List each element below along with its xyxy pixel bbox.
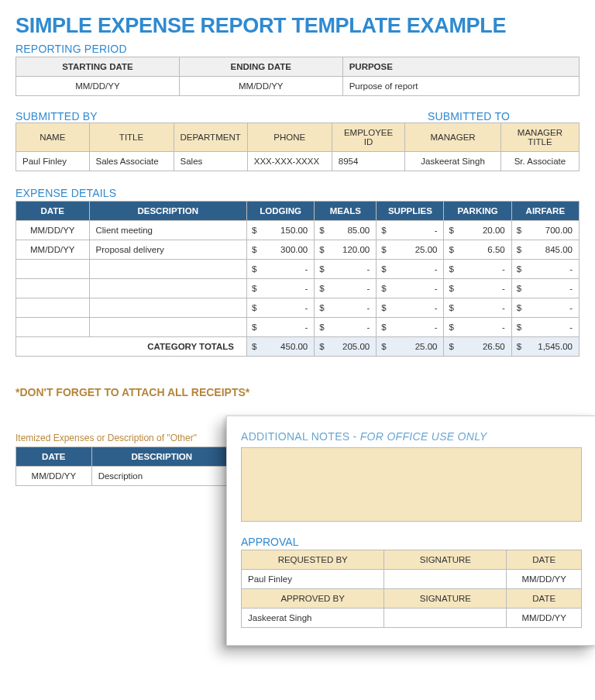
col-manager-title: MANAGER TITLE [500,123,579,152]
val-manager: Jaskeerat Singh [405,152,501,171]
val-signature-2 [384,609,507,628]
expense-description [89,260,247,279]
expense-supplies: $- [377,260,444,279]
expense-meals: $- [315,318,377,337]
val-phone: XXX-XXX-XXXX [247,152,332,171]
val-signature-1 [384,570,507,589]
col-manager: MANAGER [405,123,501,152]
approval-label: APPROVAL [241,536,582,548]
col-date-2: DATE [507,589,582,609]
submitted-table: NAME TITLE DEPARTMENT PHONE EMPLOYEE ID … [15,122,580,171]
col-supplies: SUPPLIES [377,202,444,221]
val-employee-id: 8954 [332,152,405,171]
expense-parking: $- [444,279,511,298]
val-requested-by: Paul Finley [242,570,384,589]
expense-date: MM/DD/YY [16,221,90,240]
expense-meals: $85.00 [315,221,377,240]
val-manager-title: Sr. Associate [500,152,579,171]
expense-supplies: $- [377,318,444,337]
expense-date [16,279,90,298]
col-requested-by: REQUESTED BY [242,550,384,570]
expense-airfare: $- [511,260,579,279]
val-approved-by: Jaskeerat Singh [242,609,384,628]
val-start-date: MM/DD/YY [16,77,180,96]
val-name: Paul Finley [16,152,90,171]
category-totals-label: CATEGORY TOTALS [16,337,247,357]
col-date: DATE [16,202,90,221]
page-title: SIMPLE EXPENSE REPORT TEMPLATE EXAMPLE [15,14,580,38]
col-itemized-description: DESCRIPTION [91,447,232,467]
submitted-to-label: SUBMITTED TO [428,110,510,122]
expense-lodging: $- [247,318,315,337]
expense-airfare: $- [511,298,579,318]
col-purpose: PURPOSE [342,57,579,77]
expense-description [89,279,247,298]
col-signature-2: SIGNATURE [384,589,507,609]
expense-meals: $120.00 [315,240,377,260]
expense-meals: $- [315,298,377,318]
expense-parking: $20.00 [444,221,511,240]
expense-meals: $- [315,260,377,279]
val-title: Sales Associate [89,152,174,171]
expense-lodging: $- [247,279,315,298]
col-signature-1: SIGNATURE [384,550,507,570]
expense-description: Proposal delivery [89,240,247,260]
approval-panel: ADDITIONAL NOTES - FOR OFFICE USE ONLY A… [226,416,595,646]
receipts-note: *DON'T FORGET TO ATTACH ALL RECEIPTS* [15,386,580,398]
additional-notes-heading: ADDITIONAL NOTES - FOR OFFICE USE ONLY [241,430,582,443]
col-description: DESCRIPTION [89,202,247,221]
val-itemized-description: Description [91,467,232,486]
expense-lodging: $300.00 [247,240,315,260]
col-start-date: STARTING DATE [16,57,180,77]
col-approved-by: APPROVED BY [242,589,384,609]
col-parking: PARKING [444,202,511,221]
total-parking: $26.50 [444,337,511,357]
val-department: Sales [174,152,247,171]
total-meals: $205.00 [315,337,377,357]
col-lodging: LODGING [247,202,315,221]
col-title: TITLE [89,123,174,152]
additional-notes-box [241,447,582,522]
expense-date [16,260,90,279]
total-supplies: $25.00 [377,337,444,357]
expense-date [16,318,90,337]
expense-airfare: $845.00 [511,240,579,260]
expense-date: MM/DD/YY [16,240,90,260]
expense-description [89,318,247,337]
col-date-1: DATE [507,550,582,570]
expense-lodging: $150.00 [247,221,315,240]
col-name: NAME [16,123,90,152]
expense-lodging: $- [247,260,315,279]
expense-details-label: EXPENSE DETAILS [15,187,580,199]
approval-table: REQUESTED BY SIGNATURE DATE Paul Finley … [241,550,582,628]
col-meals: MEALS [315,202,377,221]
reporting-period-label: REPORTING PERIOD [15,43,580,55]
val-date-2: MM/DD/YY [507,609,582,628]
expense-supplies: $- [377,298,444,318]
col-department: DEPARTMENT [174,123,247,152]
expense-description [89,298,247,318]
val-date-1: MM/DD/YY [507,570,582,589]
col-end-date: ENDING DATE [179,57,342,77]
expense-description: Client meeting [89,221,247,240]
itemized-table: DATE DESCRIPTION MM/DD/YY Description [15,447,232,486]
submitted-by-label: SUBMITTED BY [15,110,98,122]
expense-airfare: $- [511,318,579,337]
expense-meals: $- [315,279,377,298]
reporting-period-table: STARTING DATE ENDING DATE PURPOSE MM/DD/… [15,57,580,96]
col-itemized-date: DATE [16,447,92,467]
col-employee-id: EMPLOYEE ID [332,123,405,152]
expense-table: DATE DESCRIPTION LODGING MEALS SUPPLIES … [15,201,580,357]
itemized-note: Itemized Expenses or Description of "Oth… [15,433,232,443]
expense-parking: $- [444,298,511,318]
expense-airfare: $- [511,279,579,298]
expense-lodging: $- [247,298,315,318]
expense-date [16,298,90,318]
col-airfare: AIRFARE [511,202,579,221]
expense-parking: $- [444,260,511,279]
total-lodging: $450.00 [247,337,315,357]
col-phone: PHONE [247,123,332,152]
expense-supplies: $- [377,279,444,298]
expense-parking: $- [444,318,511,337]
val-end-date: MM/DD/YY [179,77,342,96]
